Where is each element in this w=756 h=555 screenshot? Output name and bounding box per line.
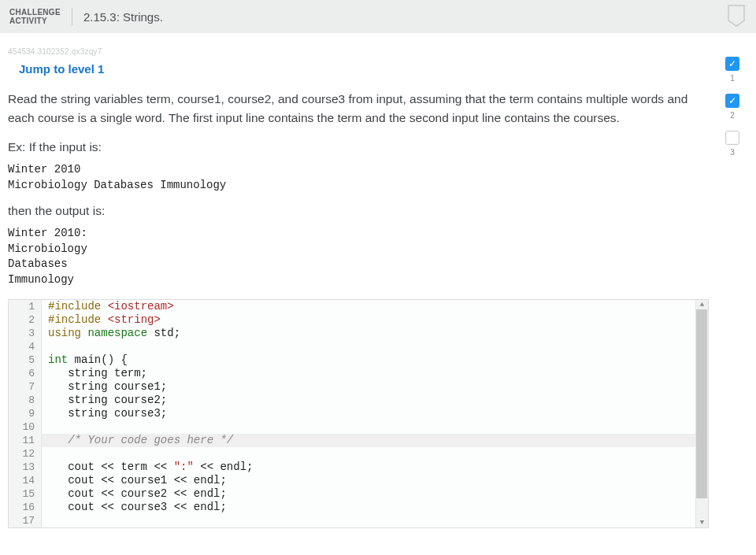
editor-scrollbar[interactable]: ▲ ▼ — [695, 300, 708, 527]
code-line[interactable]: 5int main() { — [9, 353, 708, 367]
code-content[interactable]: using namespace std; — [42, 327, 180, 340]
code-line[interactable]: 6 string term; — [9, 367, 708, 380]
progress-step-number: 2 — [730, 111, 735, 120]
example-input-block: Winter 2010 Microbiology Databases Immun… — [8, 162, 709, 193]
line-number: 17 — [9, 514, 42, 527]
code-content[interactable] — [42, 514, 54, 527]
code-line[interactable]: 10 — [9, 420, 708, 434]
progress-step[interactable]: ✓2 — [725, 94, 739, 120]
progress-step-number: 3 — [730, 148, 735, 157]
code-editor[interactable]: 1#include <iostream>2#include <string>3u… — [8, 299, 709, 528]
line-number: 5 — [9, 353, 42, 367]
code-content[interactable]: string term; — [42, 367, 147, 380]
code-content[interactable]: string course1; — [42, 380, 167, 394]
code-content[interactable]: cout << course2 << endl; — [42, 487, 227, 501]
line-number: 16 — [9, 501, 42, 514]
code-content[interactable]: /* Your code goes here */ — [42, 434, 233, 447]
code-content[interactable] — [42, 447, 54, 461]
code-line[interactable]: 7 string course1; — [9, 380, 708, 394]
code-line[interactable]: 14 cout << course1 << endl; — [9, 474, 708, 487]
line-number: 7 — [9, 380, 42, 394]
code-line[interactable]: 1#include <iostream> — [9, 300, 708, 313]
code-line[interactable]: 16 cout << course3 << endl; — [9, 501, 708, 514]
check-icon: ✓ — [725, 57, 739, 71]
code-content[interactable]: #include <iostream> — [42, 300, 174, 313]
code-content[interactable]: string course2; — [42, 394, 167, 407]
code-line[interactable]: 8 string course2; — [9, 394, 708, 407]
header-bar: CHALLENGE ACTIVITY 2.15.3: Strings. — [0, 0, 756, 33]
code-line[interactable]: 12 — [9, 447, 708, 461]
code-content[interactable]: int main() { — [42, 353, 128, 367]
line-number: 8 — [9, 394, 42, 407]
empty-step-icon — [725, 131, 739, 145]
scroll-thumb[interactable] — [696, 309, 707, 498]
main-area: 454534.3102352.qx3zqy7 Jump to level 1 R… — [0, 33, 756, 528]
code-content[interactable]: cout << course1 << endl; — [42, 474, 227, 487]
code-line[interactable]: 11 /* Your code goes here */ — [9, 434, 708, 447]
example-output-label: then the output is: — [8, 204, 709, 218]
progress-step[interactable]: 3 — [725, 131, 739, 157]
code-content[interactable]: cout << course3 << endl; — [42, 501, 227, 514]
example-output-block: Winter 2010: Microbiology Databases Immu… — [8, 226, 709, 287]
scroll-up-icon[interactable]: ▲ — [696, 300, 708, 309]
line-number: 6 — [9, 367, 42, 380]
line-number: 9 — [9, 407, 42, 420]
bookmark-icon[interactable] — [728, 5, 745, 27]
line-number: 1 — [9, 300, 42, 313]
check-icon: ✓ — [725, 94, 739, 108]
progress-step[interactable]: ✓1 — [725, 57, 739, 83]
line-number: 3 — [9, 327, 42, 340]
example-input-label: Ex: If the input is: — [8, 140, 709, 154]
code-line[interactable]: 4 — [9, 340, 708, 353]
code-content[interactable]: #include <string> — [42, 313, 161, 327]
line-number: 13 — [9, 461, 42, 474]
line-number: 12 — [9, 447, 42, 461]
code-line[interactable]: 15 cout << course2 << endl; — [9, 487, 708, 501]
content-column: 454534.3102352.qx3zqy7 Jump to level 1 R… — [0, 33, 717, 528]
code-line[interactable]: 3using namespace std; — [9, 327, 708, 340]
code-content[interactable] — [42, 420, 54, 434]
id-code: 454534.3102352.qx3zqy7 — [8, 47, 709, 56]
jump-to-level-link[interactable]: Jump to level 1 — [19, 62, 104, 76]
challenge-label-line2: ACTIVITY — [9, 17, 61, 25]
code-content[interactable]: cout << term << ":" << endl; — [42, 461, 253, 474]
line-number: 10 — [9, 420, 42, 434]
progress-step-number: 1 — [730, 74, 735, 83]
line-number: 2 — [9, 313, 42, 327]
line-number: 14 — [9, 474, 42, 487]
line-number: 4 — [9, 340, 42, 353]
instructions-text: Read the string variables term, course1,… — [8, 90, 709, 128]
scroll-down-icon[interactable]: ▼ — [696, 518, 708, 527]
activity-title: 2.15.3: Strings. — [72, 10, 163, 24]
line-number: 15 — [9, 487, 42, 501]
code-line[interactable]: 2#include <string> — [9, 313, 708, 327]
line-number: 11 — [9, 434, 42, 447]
code-content[interactable]: string course3; — [42, 407, 167, 420]
code-line[interactable]: 9 string course3; — [9, 407, 708, 420]
challenge-activity-label: CHALLENGE ACTIVITY — [9, 8, 72, 25]
code-content[interactable] — [42, 340, 54, 353]
challenge-label-line1: CHALLENGE — [9, 8, 61, 17]
code-line[interactable]: 17 — [9, 514, 708, 527]
code-line[interactable]: 13 cout << term << ":" << endl; — [9, 461, 708, 474]
progress-column: ✓1✓23 — [717, 33, 748, 157]
